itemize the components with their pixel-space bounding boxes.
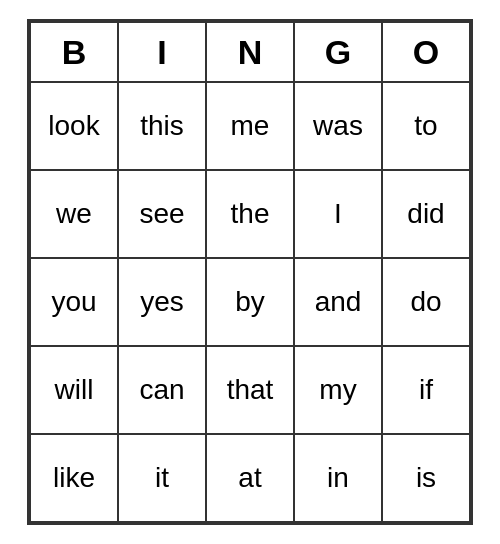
bingo-cell-0-4: to — [382, 82, 470, 170]
header-row: BINGO — [30, 22, 470, 82]
bingo-cell-3-3: my — [294, 346, 382, 434]
bingo-cell-3-0: will — [30, 346, 118, 434]
bingo-cell-3-4: if — [382, 346, 470, 434]
bingo-cell-3-1: can — [118, 346, 206, 434]
header-col-g: G — [294, 22, 382, 82]
bingo-cell-1-2: the — [206, 170, 294, 258]
bingo-cell-1-1: see — [118, 170, 206, 258]
bingo-row-3: willcanthatmyif — [30, 346, 470, 434]
bingo-row-0: lookthismewasto — [30, 82, 470, 170]
bingo-cell-1-4: did — [382, 170, 470, 258]
header-col-n: N — [206, 22, 294, 82]
bingo-cell-0-0: look — [30, 82, 118, 170]
bingo-row-1: weseetheIdid — [30, 170, 470, 258]
bingo-cell-4-3: in — [294, 434, 382, 522]
header-col-i: I — [118, 22, 206, 82]
bingo-cell-4-4: is — [382, 434, 470, 522]
header-col-b: B — [30, 22, 118, 82]
bingo-cell-1-0: we — [30, 170, 118, 258]
bingo-table: BINGO lookthismewastoweseetheIdidyouyesb… — [29, 21, 471, 523]
header-col-o: O — [382, 22, 470, 82]
bingo-card: BINGO lookthismewastoweseetheIdidyouyesb… — [27, 19, 473, 525]
bingo-row-4: likeitatinis — [30, 434, 470, 522]
bingo-cell-4-2: at — [206, 434, 294, 522]
bingo-cell-4-0: like — [30, 434, 118, 522]
bingo-cell-4-1: it — [118, 434, 206, 522]
bingo-cell-2-0: you — [30, 258, 118, 346]
bingo-cell-0-3: was — [294, 82, 382, 170]
bingo-cell-2-3: and — [294, 258, 382, 346]
bingo-cell-0-2: me — [206, 82, 294, 170]
bingo-cell-1-3: I — [294, 170, 382, 258]
bingo-cell-0-1: this — [118, 82, 206, 170]
bingo-cell-2-2: by — [206, 258, 294, 346]
bingo-cell-2-4: do — [382, 258, 470, 346]
bingo-cell-3-2: that — [206, 346, 294, 434]
bingo-cell-2-1: yes — [118, 258, 206, 346]
bingo-row-2: youyesbyanddo — [30, 258, 470, 346]
